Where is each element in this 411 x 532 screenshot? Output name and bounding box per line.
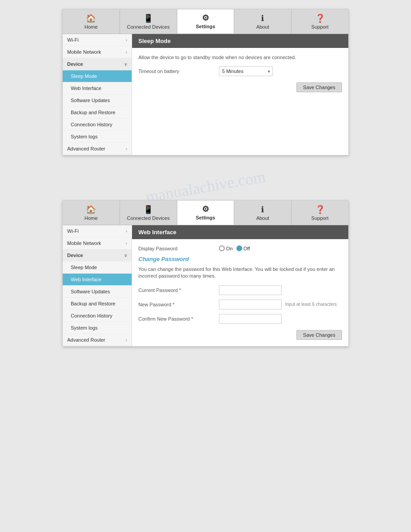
- connected-icon-1: 📱: [143, 13, 153, 23]
- nav-home-label-2: Home: [85, 215, 98, 221]
- confirm-password-input[interactable]: [219, 314, 282, 324]
- save-row-1: Save Changes: [138, 82, 342, 92]
- chevron-device-2: ∨: [124, 253, 127, 258]
- confirm-password-row: Confirm New Password *: [138, 314, 342, 324]
- display-password-row: Display Password On Off: [138, 245, 342, 251]
- chevron-advanced-2: ›: [126, 338, 127, 343]
- nav-settings-label-1: Settings: [196, 24, 215, 29]
- toggle-group: On Off: [219, 245, 250, 251]
- chevron-wifi-1: ›: [126, 38, 127, 43]
- section-header-2: Web Interface: [132, 225, 348, 239]
- nav-home-1[interactable]: 🏠 Home: [63, 9, 120, 34]
- sidebar-backup-1[interactable]: Backup and Restore: [63, 107, 132, 119]
- sidebar-sleep-mode-1[interactable]: Sleep Mode: [63, 70, 132, 82]
- section-body-1: Allow the device to go to standby mode w…: [132, 48, 348, 99]
- nav-home-2[interactable]: 🏠 Home: [63, 201, 120, 225]
- settings-icon-1: ⚙: [202, 13, 209, 23]
- radio-off-circle: [236, 245, 242, 251]
- sidebar-web-label-2: Web Interface: [71, 277, 101, 282]
- nav-support-label-2: Support: [311, 215, 329, 221]
- sidebar-wifi-label-2: Wi-Fi: [67, 228, 79, 234]
- change-password-header: Change Password: [138, 256, 342, 262]
- watermark-area: manualachive.com: [9, 173, 402, 200]
- sidebar-web-interface-2[interactable]: Web Interface: [63, 274, 132, 286]
- new-password-input[interactable]: [219, 300, 282, 309]
- sidebar-syslog-label-2: System logs: [71, 325, 98, 330]
- section-title-2: Web Interface: [138, 229, 176, 236]
- section-header-1: Sleep Mode: [132, 34, 348, 48]
- sidebar-wifi-label-1: Wi-Fi: [67, 37, 79, 43]
- sidebar-advanced-label-1: Advanced Router: [67, 146, 105, 151]
- nav-about-1[interactable]: ℹ About: [234, 9, 291, 34]
- sidebar-mobile-label-1: Mobile Network: [67, 49, 101, 55]
- confirm-password-label: Confirm New Password *: [138, 316, 219, 322]
- chevron-wifi-2: ›: [126, 229, 127, 234]
- support-icon-1: ❓: [315, 13, 325, 23]
- nav-settings-1[interactable]: ⚙ Settings: [177, 9, 235, 34]
- sidebar-software-label-2: Software Updates: [71, 289, 110, 294]
- sidebar-2: Wi-Fi › Mobile Network › Device ∨ Sleep …: [63, 225, 132, 346]
- sidebar-connection-1[interactable]: Connection History: [63, 119, 132, 131]
- connected-icon-2: 📱: [143, 205, 153, 215]
- sidebar-wifi-1[interactable]: Wi-Fi ›: [63, 34, 132, 46]
- sidebar-mobile-1[interactable]: Mobile Network ›: [63, 46, 132, 58]
- sidebar-sleep-label-1: Sleep Mode: [71, 73, 97, 79]
- nav-support-1[interactable]: ❓ Support: [291, 9, 348, 34]
- radio-off-option[interactable]: Off: [236, 245, 250, 251]
- password-hint: Input at least 6 characters.: [285, 302, 338, 307]
- content-area-2: Web Interface Display Password On: [132, 225, 348, 346]
- settings-icon-2: ⚙: [202, 204, 209, 214]
- sidebar-advanced-2[interactable]: Advanced Router ›: [63, 334, 132, 346]
- sidebar-device-1[interactable]: Device ∨: [63, 58, 132, 70]
- nav-about-2[interactable]: ℹ About: [234, 201, 291, 225]
- timeout-select-wrapper-1[interactable]: 1 Minute 2 Minutes 5 Minutes 10 Minutes …: [219, 66, 273, 76]
- nav-about-label-1: About: [256, 24, 269, 30]
- sidebar-web-label-1: Web Interface: [71, 86, 101, 91]
- display-password-label: Display Password: [138, 246, 219, 251]
- nav-settings-2[interactable]: ⚙ Settings: [177, 201, 235, 225]
- watermark-text: manualachive.com: [144, 173, 267, 200]
- sidebar-backup-2[interactable]: Backup and Restore: [63, 298, 132, 310]
- about-icon-2: ℹ: [261, 205, 264, 215]
- current-password-input[interactable]: [219, 285, 282, 295]
- sidebar-connection-label-2: Connection History: [71, 313, 112, 318]
- sidebar-software-1[interactable]: Software Updates: [63, 94, 132, 107]
- support-icon-2: ❓: [315, 205, 325, 215]
- sidebar-device-2[interactable]: Device ∨: [63, 249, 132, 262]
- sidebar-backup-label-2: Backup and Restore: [71, 301, 116, 306]
- sidebar-syslog-label-1: System logs: [71, 134, 98, 139]
- nav-connected-label-2: Connected Devices: [127, 215, 170, 221]
- sidebar-web-interface-1[interactable]: Web Interface: [63, 82, 132, 94]
- chevron-advanced-1: ›: [126, 146, 127, 151]
- nav-support-2[interactable]: ❓ Support: [291, 201, 348, 225]
- new-password-row: New Password * Input at least 6 characte…: [138, 300, 342, 309]
- content-area-1: Sleep Mode Allow the device to go to sta…: [132, 34, 348, 155]
- nav-connected-1[interactable]: 📱 Connected Devices: [120, 9, 177, 34]
- radio-on-option[interactable]: On: [219, 245, 233, 251]
- sidebar-wifi-2[interactable]: Wi-Fi ›: [63, 225, 132, 237]
- chevron-device-1: ∨: [124, 62, 127, 67]
- nav-connected-2[interactable]: 📱 Connected Devices: [120, 201, 177, 225]
- sidebar-device-label-2: Device: [67, 253, 83, 258]
- nav-settings-label-2: Settings: [196, 215, 215, 220]
- sidebar-software-2[interactable]: Software Updates: [63, 286, 132, 298]
- save-button-1[interactable]: Save Changes: [296, 82, 342, 92]
- sidebar-connection-label-1: Connection History: [71, 122, 112, 127]
- timeout-select-1[interactable]: 1 Minute 2 Minutes 5 Minutes 10 Minutes …: [219, 66, 273, 76]
- sidebar-sleep-2[interactable]: Sleep Mode: [63, 262, 132, 274]
- sidebar-device-label-1: Device: [67, 61, 83, 67]
- sidebar-advanced-label-2: Advanced Router: [67, 337, 105, 343]
- main-layout-2: Wi-Fi › Mobile Network › Device ∨ Sleep …: [63, 225, 348, 346]
- about-icon-1: ℹ: [261, 13, 264, 23]
- sidebar-syslog-1[interactable]: System logs: [63, 131, 132, 143]
- sidebar-mobile-2[interactable]: Mobile Network ›: [63, 237, 132, 249]
- section-body-2: Display Password On Off: [132, 239, 348, 346]
- chevron-mobile-2: ›: [126, 241, 127, 246]
- top-nav-2: 🏠 Home 📱 Connected Devices ⚙ Settings ℹ …: [63, 201, 348, 225]
- sidebar-connection-2[interactable]: Connection History: [63, 310, 132, 322]
- new-password-label: New Password *: [138, 302, 219, 307]
- sidebar-advanced-1[interactable]: Advanced Router ›: [63, 143, 132, 155]
- home-icon-2: 🏠: [86, 205, 96, 215]
- save-button-2[interactable]: Save Changes: [296, 330, 342, 340]
- sidebar-syslog-2[interactable]: System logs: [63, 322, 132, 334]
